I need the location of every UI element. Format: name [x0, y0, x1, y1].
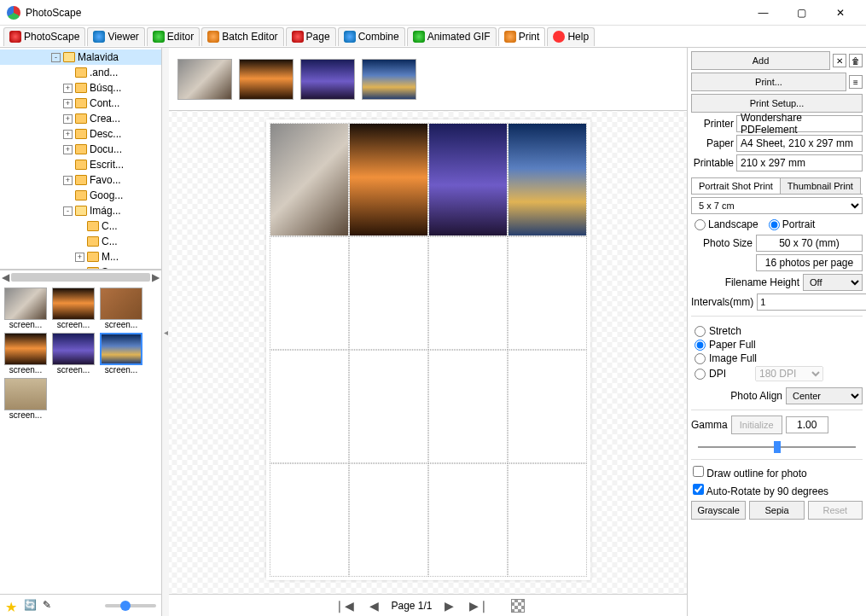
photo-size-select[interactable]: 5 x 7 cm: [691, 197, 863, 214]
nav-first[interactable]: ❘◀: [331, 599, 357, 613]
left-splitter[interactable]: ◂: [162, 48, 169, 616]
radio-portrait[interactable]: Portrait: [769, 218, 816, 230]
paper-cell[interactable]: [508, 123, 587, 236]
tree-item[interactable]: +Desc...: [0, 126, 161, 142]
tree-toggle-icon[interactable]: +: [63, 84, 73, 93]
paper-cell[interactable]: [508, 236, 587, 350]
print-setup-button[interactable]: Print Setup...: [691, 94, 863, 113]
tab-animated-gif[interactable]: Animated GIF: [407, 27, 497, 46]
list-icon[interactable]: ≡: [849, 75, 863, 89]
sepia-button[interactable]: Sepia: [749, 501, 804, 520]
thumbnail-item[interactable]: screen...: [3, 288, 48, 329]
paper-cell[interactable]: [270, 463, 349, 577]
edit-icon[interactable]: ✎: [43, 599, 56, 613]
nav-prev[interactable]: ◀: [366, 599, 382, 613]
tree-item[interactable]: C...: [0, 218, 161, 234]
add-button[interactable]: Add: [691, 51, 830, 70]
folder-icon: [75, 144, 87, 154]
tree-item[interactable]: Goog...: [0, 188, 161, 203]
paper-cell[interactable]: [428, 123, 508, 236]
tree-item[interactable]: +Docu...: [0, 142, 161, 157]
radio-image-full[interactable]: Image Full: [695, 352, 859, 364]
thumbnail-item[interactable]: screen...: [3, 378, 48, 420]
tree-toggle-icon[interactable]: +: [63, 99, 73, 108]
tree-toggle-icon[interactable]: +: [63, 114, 73, 124]
chk-auto-rotate[interactable]: Auto-Rotate by 90 degrees: [693, 484, 828, 497]
photo-align-select[interactable]: Center: [786, 387, 863, 404]
tree-item[interactable]: +M...: [0, 249, 161, 264]
gamma-slider[interactable]: [698, 439, 856, 452]
remove-icon[interactable]: ✕: [833, 54, 846, 67]
paper-cell[interactable]: [349, 123, 428, 236]
print-canvas-wrap[interactable]: [169, 111, 687, 594]
intervals-input[interactable]: [757, 293, 866, 311]
trash-icon[interactable]: 🗑: [849, 54, 863, 67]
grayscale-button[interactable]: Grayscale: [691, 501, 746, 520]
paper-cell[interactable]: [508, 350, 587, 463]
tab-editor[interactable]: Editor: [147, 27, 200, 46]
tab-combine[interactable]: Combine: [338, 27, 405, 46]
tab-print[interactable]: Print: [498, 27, 546, 46]
minimize-button[interactable]: —: [744, 0, 782, 26]
tree-toggle-icon[interactable]: +: [63, 130, 73, 139]
tree-h-scrollbar[interactable]: ◀▶: [0, 270, 161, 284]
tree-toggle-icon[interactable]: +: [75, 253, 84, 262]
checker-toggle-icon[interactable]: [511, 599, 525, 613]
thumbnail-item[interactable]: screen...: [51, 333, 96, 375]
tree-toggle-icon[interactable]: -: [63, 206, 73, 216]
thumbnail-item[interactable]: screen...: [51, 288, 96, 329]
paper-cell[interactable]: [428, 463, 508, 577]
paper-cell[interactable]: [428, 236, 508, 350]
strip-image[interactable]: [300, 59, 355, 100]
tree-item[interactable]: +Crea...: [0, 111, 161, 126]
tab-viewer[interactable]: Viewer: [87, 27, 144, 46]
thumbnail-item[interactable]: screen...: [99, 333, 143, 375]
filename-height-select[interactable]: Off: [803, 274, 863, 291]
thumbnail-item[interactable]: screen...: [3, 333, 48, 375]
tree-item[interactable]: +Favo...: [0, 172, 161, 188]
tab-thumbnail-print[interactable]: Thumbnail Print: [780, 177, 861, 194]
thumbnail-item[interactable]: screen...: [99, 288, 143, 329]
paper-cell[interactable]: [270, 123, 349, 236]
tree-item[interactable]: +Búsq...: [0, 80, 161, 96]
paper-cell[interactable]: [349, 350, 428, 463]
maximize-button[interactable]: ▢: [782, 0, 821, 26]
tree-item[interactable]: -Malavida: [0, 49, 161, 65]
paper-cell[interactable]: [270, 236, 349, 350]
paper-cell[interactable]: [270, 350, 349, 463]
tree-toggle-icon[interactable]: +: [63, 176, 73, 185]
tree-item[interactable]: Escrit...: [0, 157, 161, 172]
tree-toggle-icon[interactable]: +: [63, 145, 73, 154]
tree-toggle-icon[interactable]: -: [51, 53, 61, 62]
radio-paper-full[interactable]: Paper Full: [695, 339, 859, 351]
tree-item[interactable]: -Imág...: [0, 203, 161, 218]
nav-last[interactable]: ▶❘: [466, 599, 492, 613]
tab-page[interactable]: Page: [286, 27, 336, 46]
close-button[interactable]: ✕: [821, 0, 859, 26]
strip-image[interactable]: [239, 59, 294, 100]
paper-cell[interactable]: [349, 463, 428, 577]
paper-cell[interactable]: [349, 236, 428, 350]
favorite-icon[interactable]: ★: [5, 599, 19, 613]
refresh-icon[interactable]: 🔄: [24, 599, 38, 613]
paper-cell[interactable]: [428, 350, 508, 463]
tab-photoscape[interactable]: PhotoScape: [3, 27, 85, 46]
tab-portrait-shot[interactable]: Portrait Shot Print: [691, 177, 781, 194]
tab-help[interactable]: Help: [547, 27, 595, 46]
radio-landscape[interactable]: Landscape: [695, 218, 758, 230]
print-button[interactable]: Print...: [691, 73, 846, 91]
chk-draw-outline[interactable]: Draw outline for photo: [693, 466, 807, 479]
tab-batch-editor[interactable]: Batch Editor: [201, 27, 283, 46]
nav-next[interactable]: ▶: [441, 599, 457, 613]
strip-image[interactable]: [177, 59, 232, 100]
tree-item[interactable]: C...: [0, 234, 161, 249]
tree-item[interactable]: +Cont...: [0, 96, 161, 111]
folder-tree[interactable]: -Malavida.and...+Búsq...+Cont...+Crea...…: [0, 48, 161, 270]
radio-dpi[interactable]: DPI 180 DPI: [695, 366, 859, 381]
tree-item[interactable]: .and...: [0, 65, 161, 80]
strip-image[interactable]: [362, 59, 416, 100]
tree-item[interactable]: S...: [0, 264, 161, 270]
radio-stretch[interactable]: Stretch: [695, 325, 859, 337]
thumb-size-slider[interactable]: [105, 604, 156, 607]
paper-cell[interactable]: [508, 463, 587, 577]
